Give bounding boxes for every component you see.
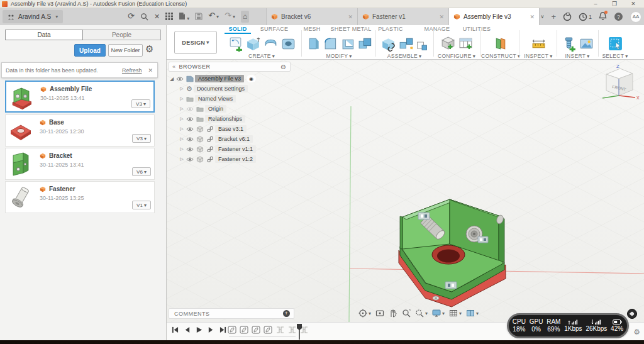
file-home-button[interactable]: ⌂ <box>241 11 249 23</box>
group-label-insert[interactable]: INSERT <box>558 53 597 59</box>
data-panel-tab-data[interactable]: Data <box>5 30 83 40</box>
browser-row-document-settings[interactable]: ▷ ⚙ Document Settings <box>169 84 294 94</box>
node-label[interactable]: Origin <box>205 105 226 113</box>
activate-component-radio[interactable]: ◉ <box>247 75 256 82</box>
node-label[interactable]: Fastener v1:2 <box>215 155 256 163</box>
node-label[interactable]: Fastener v1:1 <box>215 145 256 153</box>
ribbon-tab-manage[interactable]: MANAGE <box>421 26 453 34</box>
visibility-eye-icon[interactable] <box>186 116 194 122</box>
viewports-button[interactable] <box>466 309 479 318</box>
expand-icon[interactable]: ▷ <box>179 106 185 111</box>
feature-component-icon[interactable] <box>252 325 261 335</box>
look-at-button[interactable] <box>375 309 384 318</box>
file-card-bracket[interactable]: Bracket 30-11-2025 13:41 V6 <box>5 148 155 180</box>
notifications-button[interactable] <box>599 12 607 22</box>
grid-settings-button[interactable] <box>449 309 462 318</box>
expand-icon[interactable]: ▷ <box>179 136 185 141</box>
timeline-marker[interactable] <box>296 323 303 340</box>
display-settings-button[interactable] <box>432 309 445 318</box>
feature-component-icon[interactable] <box>264 325 273 335</box>
joint-badge[interactable] <box>478 236 488 243</box>
comments-bar[interactable]: COMMENTS + <box>169 308 294 319</box>
visibility-eye-icon[interactable] <box>186 157 194 162</box>
expand-icon[interactable]: ▷ <box>179 86 185 91</box>
play-button[interactable] <box>196 326 203 333</box>
feature-joint-icon[interactable] <box>287 325 297 335</box>
measure-icon[interactable] <box>531 36 547 52</box>
redo-button[interactable]: ↷ <box>225 11 235 22</box>
zoom-button[interactable] <box>402 309 411 318</box>
tab-close-icon[interactable]: ✕ <box>348 14 353 20</box>
ribbon-tab-surface[interactable]: SURFACE <box>256 26 292 34</box>
version-dropdown[interactable]: V6 <box>132 167 151 176</box>
group-label-inspect[interactable]: INSPECT <box>520 53 557 59</box>
select-icon[interactable] <box>608 36 623 52</box>
go-to-start-button[interactable] <box>172 326 179 333</box>
revolve-icon[interactable] <box>263 36 279 52</box>
ribbon-tab-mesh[interactable]: MESH <box>299 26 325 34</box>
browser-row-base[interactable]: ▷ Base v3:1 <box>169 124 294 134</box>
joint-badge[interactable] <box>418 213 430 219</box>
version-dropdown[interactable]: V3 <box>131 99 150 108</box>
collapse-panel-icon[interactable]: « <box>172 64 176 70</box>
visibility-eye-icon[interactable] <box>176 76 184 82</box>
expand-icon[interactable]: ▷ <box>179 157 185 162</box>
help-icon[interactable]: ? <box>614 12 623 21</box>
minimize-button[interactable] <box>586 0 605 8</box>
data-panel-tab-people[interactable]: People <box>83 30 161 40</box>
expand-icon[interactable]: ◢ <box>169 76 175 82</box>
view-cube[interactable]: FRONT X Z <box>595 63 640 104</box>
new-tab-plus-icon[interactable]: + <box>551 12 556 21</box>
close-button[interactable] <box>624 0 643 8</box>
job-status-button[interactable]: 1 <box>579 13 592 21</box>
doc-tab-fastener[interactable]: Fastener v1 ✕ <box>357 8 448 25</box>
root-node-label[interactable]: Assembly File v3 <box>195 75 244 82</box>
viewport[interactable]: « BROWSER ⊖ ◢ Assembly File v3 ◉ ▷ ⚙ Doc… <box>167 60 644 322</box>
notice-close-icon[interactable]: ✕ <box>148 67 153 74</box>
group-label-assemble[interactable]: ASSEMBLE <box>378 53 431 59</box>
browser-root-row[interactable]: ◢ Assembly File v3 ◉ <box>169 74 294 84</box>
user-menu-button[interactable]: Aravind A.S <box>3 10 63 23</box>
save-icon[interactable] <box>195 13 203 20</box>
collapse-all-icon[interactable]: ⊖ <box>280 64 286 70</box>
timeline-settings-gear-icon[interactable]: ⚙ <box>633 328 640 336</box>
sync-icon[interactable]: ⟳ <box>128 11 135 21</box>
browser-row-named-views[interactable]: ▷ Named Views <box>169 94 294 104</box>
ribbon-tab-plastic[interactable]: PLASTIC <box>375 26 406 34</box>
visibility-eye-icon[interactable] <box>186 136 194 142</box>
node-label[interactable]: Document Settings <box>194 85 248 92</box>
node-label[interactable]: Base v3:1 <box>215 125 247 133</box>
step-forward-button[interactable] <box>208 326 214 333</box>
browser-row-bracket[interactable]: ▷ Bracket v6:1 <box>169 134 294 144</box>
visibility-eye-icon[interactable] <box>186 147 194 152</box>
visibility-eye-icon[interactable] <box>186 126 194 132</box>
browser-row-origin[interactable]: ▷ Origin <box>169 104 294 114</box>
workspace-selector[interactable]: DESIGN <box>174 31 217 54</box>
feature-joint-icon[interactable] <box>275 325 285 335</box>
tab-close-icon[interactable]: ✕ <box>530 14 535 20</box>
insert-image-icon[interactable] <box>579 36 594 52</box>
restore-button[interactable] <box>605 0 624 8</box>
visibility-eye-icon-off[interactable] <box>186 106 194 112</box>
orbit-button[interactable] <box>358 309 371 318</box>
configure-icon[interactable] <box>440 36 456 52</box>
step-back-button[interactable] <box>184 326 191 333</box>
configuration-table-icon[interactable] <box>458 36 474 52</box>
ribbon-tab-solid[interactable]: SOLID <box>225 26 251 34</box>
data-panel-gear-icon[interactable]: ⚙ <box>145 43 153 55</box>
extensions-icon[interactable] <box>563 13 572 21</box>
extrude-icon[interactable] <box>245 36 261 52</box>
node-label[interactable]: Named Views <box>195 95 236 103</box>
new-folder-button[interactable]: New Folder <box>108 44 143 57</box>
create-sketch-icon[interactable] <box>228 36 243 52</box>
construct-plane-icon[interactable] <box>492 36 508 52</box>
group-label-modify[interactable]: MODIFY <box>305 53 373 59</box>
group-label-configure[interactable]: CONFIGURE <box>436 53 477 59</box>
add-comment-icon[interactable]: + <box>283 310 290 317</box>
combine-icon[interactable] <box>357 36 373 52</box>
new-document-button[interactable] <box>179 12 189 21</box>
expand-icon[interactable]: ▷ <box>179 116 185 121</box>
ribbon-tab-sheetmetal[interactable]: SHEET METAL <box>328 26 374 34</box>
group-label-select[interactable]: SELECT <box>597 53 633 59</box>
press-pull-icon[interactable] <box>305 36 321 52</box>
